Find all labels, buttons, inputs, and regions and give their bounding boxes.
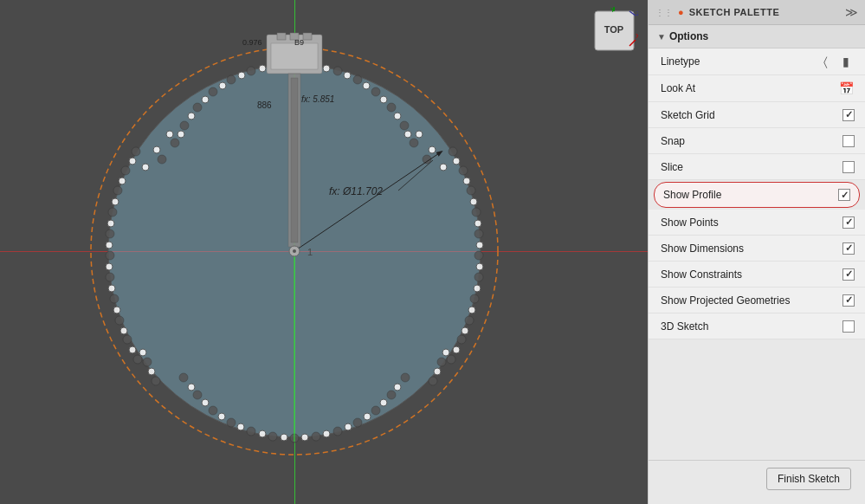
svg-point-82 xyxy=(106,242,113,249)
svg-point-99 xyxy=(218,413,225,420)
svg-text:886: 886 xyxy=(257,100,272,110)
svg-point-79 xyxy=(462,327,468,334)
panel-icon: ● xyxy=(678,7,684,17)
svg-point-86 xyxy=(112,198,119,205)
sketch-svg: fx: Ø11.702 0.976 B9 fx: 5.851 886 1 xyxy=(0,0,648,504)
svg-point-43 xyxy=(227,418,236,427)
svg-point-60 xyxy=(323,65,330,72)
svg-point-71 xyxy=(178,131,184,138)
snap-checkbox[interactable] xyxy=(842,135,855,147)
show-profile-checkbox[interactable] xyxy=(838,189,850,201)
svg-point-102 xyxy=(394,384,401,391)
svg-point-95 xyxy=(259,430,266,437)
svg-point-113 xyxy=(142,164,149,171)
svg-point-39 xyxy=(268,432,277,441)
panel-header: ⋮⋮ ● SKETCH PALETTE ≫ xyxy=(649,0,865,25)
show-projected-label: Show Projected Geometries xyxy=(661,294,790,307)
svg-point-112 xyxy=(153,146,160,153)
svg-point-21 xyxy=(465,316,474,325)
show-constraints-checkbox[interactable] xyxy=(842,268,855,281)
linetype-row: Linetype 〈 ▮ xyxy=(649,48,865,75)
panel-collapse-icon[interactable]: ≫ xyxy=(845,5,858,19)
linetype-back-icon[interactable]: 〈 xyxy=(817,53,834,70)
svg-point-72 xyxy=(476,242,483,249)
show-constraints-label: Show Constraints xyxy=(661,268,742,281)
3d-sketch-row: 3D Sketch xyxy=(649,313,865,339)
svg-point-49 xyxy=(179,373,188,382)
panel-drag-icon: ⋮⋮ xyxy=(655,8,673,17)
svg-point-54 xyxy=(410,139,418,147)
svg-point-36 xyxy=(133,355,142,364)
options-section-header[interactable]: ▼ Options xyxy=(649,25,865,48)
look-at-row: Look At 📅 xyxy=(649,75,865,102)
svg-point-92 xyxy=(301,434,308,441)
svg-point-64 xyxy=(363,82,370,89)
svg-point-7 xyxy=(353,75,362,84)
slice-label: Slice xyxy=(661,161,683,173)
sketch-grid-checkbox[interactable] xyxy=(842,109,855,121)
svg-point-98 xyxy=(364,413,371,420)
svg-point-10 xyxy=(209,87,217,96)
svg-point-91 xyxy=(129,346,136,353)
svg-point-46 xyxy=(387,391,396,399)
svg-point-105 xyxy=(442,349,449,356)
show-points-checkbox[interactable] xyxy=(842,216,855,229)
svg-point-6 xyxy=(247,67,255,75)
show-dimensions-label: Show Dimensions xyxy=(661,242,744,255)
svg-point-84 xyxy=(107,220,114,227)
svg-point-24 xyxy=(449,147,457,156)
svg-text:0.976: 0.976 xyxy=(242,38,262,47)
panel-body: ▼ Options Linetype 〈 ▮ Look At 📅 Sketch … xyxy=(649,25,865,460)
svg-rect-117 xyxy=(277,33,286,40)
look-at-calendar-icon[interactable]: 📅 xyxy=(837,80,855,97)
view-cube[interactable]: TOP X Y Z xyxy=(591,7,638,55)
svg-point-15 xyxy=(474,229,483,238)
finish-sketch-button[interactable]: Finish Sketch xyxy=(766,468,851,490)
svg-point-17 xyxy=(474,273,483,281)
svg-point-47 xyxy=(193,391,202,399)
svg-text:Z: Z xyxy=(636,10,638,17)
panel-footer: Finish Sketch xyxy=(649,460,865,504)
svg-point-80 xyxy=(453,158,460,165)
svg-point-101 xyxy=(202,399,209,406)
look-at-label: Look At xyxy=(661,82,695,94)
options-section-title: Options xyxy=(669,30,708,42)
svg-point-89 xyxy=(120,327,127,334)
show-dimensions-checkbox[interactable] xyxy=(842,242,855,255)
svg-point-124 xyxy=(293,249,296,253)
svg-point-66 xyxy=(380,96,387,103)
svg-point-65 xyxy=(219,82,226,89)
slice-checkbox[interactable] xyxy=(842,161,855,173)
svg-point-107 xyxy=(139,349,146,356)
show-projected-checkbox[interactable] xyxy=(842,294,855,307)
svg-text:fx: 5.851: fx: 5.851 xyxy=(301,94,334,104)
svg-rect-119 xyxy=(303,33,312,40)
svg-point-74 xyxy=(474,220,481,227)
svg-point-29 xyxy=(108,208,117,216)
svg-point-75 xyxy=(474,285,481,292)
svg-text:TOP: TOP xyxy=(604,24,623,35)
svg-point-67 xyxy=(202,96,209,103)
svg-point-18 xyxy=(472,208,481,216)
svg-point-12 xyxy=(193,103,202,112)
linetype-copy-icon[interactable]: ▮ xyxy=(837,53,855,70)
3d-sketch-checkbox[interactable] xyxy=(842,320,855,333)
svg-point-13 xyxy=(400,121,409,130)
svg-point-63 xyxy=(238,72,245,79)
slice-row: Slice xyxy=(649,154,865,180)
svg-point-28 xyxy=(106,273,114,281)
svg-point-51 xyxy=(437,358,446,366)
show-profile-label: Show Profile xyxy=(663,189,721,201)
svg-point-30 xyxy=(110,294,119,303)
linetype-actions: 〈 ▮ xyxy=(817,53,855,70)
show-constraints-row: Show Constraints xyxy=(649,262,865,288)
svg-point-111 xyxy=(166,131,173,138)
svg-point-16 xyxy=(474,251,483,260)
svg-point-23 xyxy=(457,335,466,344)
look-at-actions: 📅 xyxy=(837,80,855,97)
sketch-grid-row: Sketch Grid xyxy=(649,102,865,128)
snap-row: Snap xyxy=(649,128,865,154)
svg-point-83 xyxy=(106,263,113,270)
svg-point-48 xyxy=(401,373,410,382)
svg-point-45 xyxy=(209,406,217,415)
